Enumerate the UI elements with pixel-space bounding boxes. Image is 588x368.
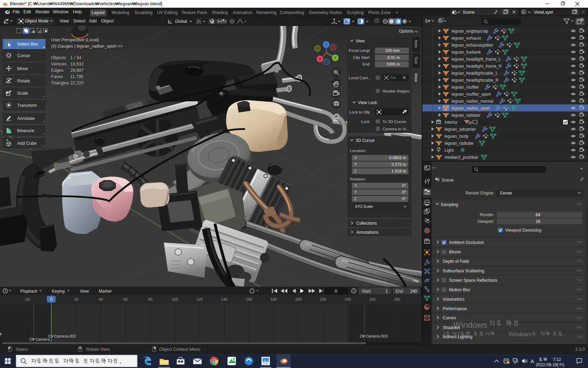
svg-text:median2_pushbar: median2_pushbar — [444, 155, 478, 160]
svg-text:260: 260 — [369, 297, 376, 301]
svg-text:Camera.002: Camera.002 — [54, 334, 76, 338]
svg-text:240: 240 — [410, 289, 417, 294]
svg-text:Render: Render — [480, 212, 493, 217]
svg-text:Scene: Scene — [442, 178, 454, 183]
svg-text:Volumetrics: Volumetrics — [443, 297, 464, 302]
svg-text:200: 200 — [295, 297, 301, 301]
svg-text:2022-09-19(: 2022-09-19( — [536, 362, 559, 367]
svg-text:Eevee: Eevee — [500, 191, 512, 196]
svg-text:Windows: Windows — [453, 320, 487, 329]
svg-text:3.3.0: 3.3.0 — [575, 347, 585, 352]
svg-text:Performance: Performance — [443, 306, 467, 311]
svg-text:legvan_adcarrier: legvan_adcarrier — [444, 127, 476, 132]
svg-text:Bloom: Bloom — [449, 250, 461, 254]
svg-text:Start: Start — [362, 289, 371, 294]
svg-text:A: A — [531, 358, 534, 364]
svg-text:280: 280 — [394, 297, 400, 301]
svg-text:legvan_radfan_normal: legvan_radfan_normal — [451, 99, 493, 104]
svg-text:): ) — [563, 362, 564, 367]
svg-text:Z: Z — [325, 43, 327, 47]
svg-text:1: 1 — [385, 289, 388, 294]
svg-text:View: View — [80, 289, 89, 294]
svg-text:Curves: Curves — [443, 315, 456, 320]
svg-text:.: . — [564, 331, 565, 337]
svg-text:Viewport: Viewport — [477, 219, 494, 224]
svg-text:180: 180 — [271, 297, 277, 301]
svg-text:legvan_muffler: legvan_muffler — [451, 85, 479, 90]
svg-text:Windows: Windows — [509, 331, 531, 337]
svg-text:-20: -20 — [24, 297, 30, 301]
svg-text:Render Engine: Render Engine — [465, 191, 493, 196]
svg-text:0: 0 — [50, 297, 52, 302]
svg-text:legvan_headlightcable_R: legvan_headlightcable_R — [451, 78, 499, 83]
svg-text:legvan_engbaycrap: legvan_engbaycrap — [451, 29, 488, 34]
svg-text:Light: Light — [444, 148, 454, 153]
svg-text:0: 0 — [335, 289, 337, 294]
svg-text:64: 64 — [536, 212, 540, 217]
svg-text:legvan_headlight_frame_L: legvan_headlight_frame_L — [451, 57, 501, 62]
svg-text:Sampling: Sampling — [441, 202, 458, 207]
svg-text:Rotate View: Rotate View — [86, 347, 110, 352]
svg-text:Motion Blur: Motion Blur — [449, 287, 470, 292]
svg-text:20: 20 — [74, 297, 78, 301]
svg-text:Screen Space Reflections: Screen Space Reflections — [449, 278, 497, 283]
svg-text:Ambient Occlusion: Ambient Occlusion — [449, 240, 484, 245]
svg-text:Marker: Marker — [99, 289, 112, 294]
svg-text:]: ] — [458, 331, 459, 337]
svg-text:220: 220 — [320, 297, 326, 301]
svg-text:60: 60 — [124, 297, 128, 301]
svg-text:Options: Options — [399, 29, 413, 34]
svg-text:100: 100 — [172, 297, 178, 301]
svg-text:Viewport Denoising: Viewport Denoising — [505, 228, 541, 233]
svg-text:Global: Global — [175, 19, 187, 24]
svg-text:140: 140 — [221, 297, 227, 301]
svg-text:240: 240 — [344, 297, 351, 301]
svg-text:legvan_muffler_sport: legvan_muffler_sport — [451, 92, 491, 97]
svg-text:legvan_body: legvan_body — [444, 134, 468, 139]
svg-text:Playback: Playback — [20, 289, 38, 294]
svg-text:Keying: Keying — [52, 289, 65, 294]
svg-text:Camera.003: Camera.003 — [365, 334, 387, 338]
svg-text:Subsurface Scattering: Subsurface Scattering — [443, 268, 484, 273]
svg-text:Object Context Menu: Object Context Menu — [159, 347, 200, 352]
svg-text:40: 40 — [99, 297, 103, 301]
svg-text:16: 16 — [536, 219, 540, 224]
svg-text:Interior: Interior — [444, 120, 457, 125]
svg-text:160: 160 — [246, 297, 252, 301]
svg-text:End: End — [396, 289, 403, 294]
svg-text:legvan_fueltank: legvan_fueltank — [451, 50, 481, 55]
svg-text:50: 50 — [468, 121, 472, 125]
svg-text:120: 120 — [196, 297, 203, 301]
svg-text:80: 80 — [148, 297, 152, 301]
svg-text:legvan_headlightcable_L: legvan_headlightcable_L — [451, 71, 498, 76]
svg-text:Depth of Field: Depth of Field — [443, 259, 469, 264]
svg-text:X: X — [319, 57, 321, 61]
svg-text:legvan_exhaust: legvan_exhaust — [451, 36, 481, 41]
svg-text:legvan_headlight_frame_R: legvan_headlight_frame_R — [451, 64, 502, 69]
svg-text:Y: Y — [334, 56, 337, 60]
svg-text:Camera: Camera — [35, 337, 50, 341]
svg-text:legvan_radfan_sport: legvan_radfan_sport — [451, 106, 490, 111]
svg-text:[: [ — [444, 331, 446, 337]
svg-text:legvan_radiator: legvan_radiator — [451, 113, 481, 118]
svg-text:legvan_exhaustsplitter: legvan_exhaustsplitter — [451, 43, 493, 48]
svg-text:7:12: 7:12 — [553, 357, 561, 362]
svg-text:Select: Select — [16, 347, 28, 352]
svg-text:2: 2 — [476, 121, 478, 125]
svg-text:legvan_radtube: legvan_radtube — [444, 141, 474, 146]
